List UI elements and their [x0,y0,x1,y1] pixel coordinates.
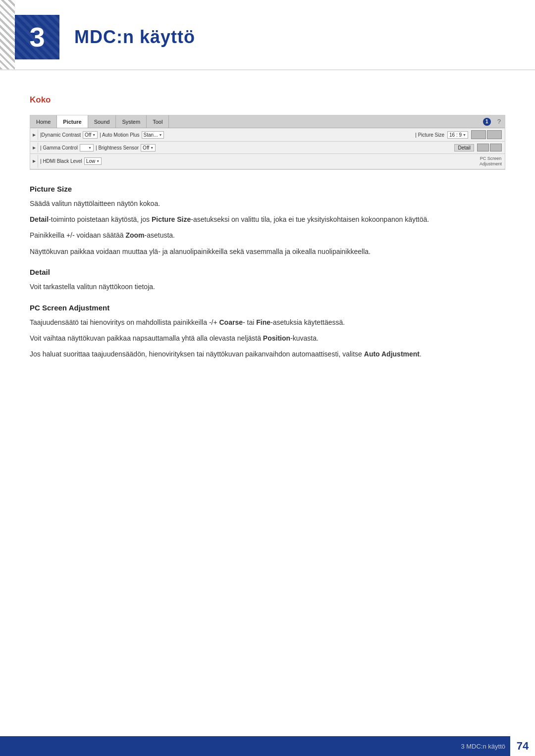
subtitle-detail: Detail [30,268,505,276]
ui-row-1: ▶ |Dynamic Contrast Off ▼ | Auto Motion … [30,128,505,142]
subsection-detail: Detail Voit tarkastella valitun näyttöko… [30,268,505,292]
row1-content: |Dynamic Contrast Off ▼ | Auto Motion Pl… [38,130,412,140]
row2-content: | Gamma Control ▼ | Brightness Sensor Of… [38,143,451,152]
row2-select2-value: Off [143,145,149,151]
row2-thumbnail2 [490,144,502,151]
toolbar-spacer [169,115,480,128]
row1-select1-value: Off [85,132,91,138]
row2-label1: | Gamma Control [40,145,78,151]
subtitle-pc-screen: PC Screen Adjustment [30,303,505,312]
row2-thumbnail1 [477,144,489,151]
row3-arrow: ▶ [30,155,38,168]
detail-button[interactable]: Detail [454,144,474,151]
para-detail-1: Voit tarkastella valitun näyttökoon tiet… [30,281,505,292]
row1-select2[interactable]: Stan... ▼ [142,131,164,139]
row3-right-panel: PC ScreenAdjustment [477,155,505,168]
ui-screenshot: Home Picture Sound System Tool 1 ? ▶ |Dy… [30,115,505,170]
row1-select1-arrow: ▼ [92,133,96,137]
stripe-decoration [0,0,15,69]
row2-select2[interactable]: Off ▼ [141,144,156,151]
pc-screen-label: PC ScreenAdjustment [480,156,502,167]
row2-right-panel: Detail [451,143,505,152]
row1-select2-value: Stan... [144,132,158,138]
thumbnail2 [487,130,502,139]
thumbnail1 [471,130,486,139]
ui-row-3: ▶ | HDMI Black Level Low ▼ PC ScreenAdju… [30,154,505,169]
question-mark[interactable]: ? [493,116,505,127]
main-content: Koko Home Picture Sound System Tool 1 ? … [0,75,535,401]
subsection-pc-screen: PC Screen Adjustment Taajuudensäätö tai … [30,303,505,360]
row1-select1[interactable]: Off ▼ [83,131,98,139]
page-header: 3 MDC:n käyttö [0,0,535,70]
subsection-picture-size: Picture Size Säädä valitun näyttölaittee… [30,185,505,257]
row1-right-select-arrow: ▼ [463,133,466,137]
row3-label1: | HDMI Black Level [40,158,82,164]
row1-select2-arrow: ▼ [159,133,162,137]
para-pc-1: Taajuudensäätö tai hienoviritys on mahdo… [30,317,505,328]
row1-right-label: | Picture Size [415,132,444,138]
page-footer: 3 MDC:n käyttö 74 [0,736,535,756]
row2-arrow: ▶ [30,143,38,152]
row1-label1: |Dynamic Contrast [40,132,81,138]
subtitle-picture-size: Picture Size [30,185,505,193]
para-pc-2: Voit vaihtaa näyttökuvan paikkaa napsaut… [30,333,505,344]
section-heading: Koko [30,95,505,105]
toolbar-btn-tool[interactable]: Tool [147,115,169,128]
chapter-number-box: 3 [15,15,59,59]
ui-row-2: ▶ | Gamma Control ▼ | Brightness Sensor … [30,142,505,154]
row3-select1[interactable]: Low ▼ [84,157,102,165]
row1-right-select[interactable]: 16 : 9 ▼ [447,131,468,139]
ui-rows: ▶ |Dynamic Contrast Off ▼ | Auto Motion … [30,128,505,169]
footer-text: 3 MDC:n käyttö [461,743,510,750]
chapter-title: MDC:n käyttö [74,27,195,48]
para-picture-size-4: Näyttökuvan paikkaa voidaan muuttaa ylä-… [30,246,505,257]
row2-select1-arrow: ▼ [88,146,92,150]
toolbar-right: 1 ? [481,115,505,128]
toolbar-btn-system[interactable]: System [116,115,147,128]
para-picture-size-1: Säädä valitun näyttölaitteen näytön koko… [30,198,505,209]
badge-number: 1 [483,118,491,126]
footer-page-number: 74 [510,736,535,756]
row2-select1-value [82,145,87,151]
row3-select1-value: Low [86,158,95,164]
row1-arrow: ▶ [30,129,38,140]
row2-label2: | Brightness Sensor [96,145,139,151]
toolbar-btn-sound[interactable]: Sound [88,115,116,128]
ui-toolbar: Home Picture Sound System Tool 1 ? [30,115,505,128]
row1-right-panel: | Picture Size 16 : 9 ▼ [412,129,505,140]
row1-right-select-value: 16 : 9 [449,132,462,138]
para-picture-size-3: Painikkeilla +/- voidaan säätää Zoom-ase… [30,230,505,241]
para-pc-3: Jos haluat suorittaa taajuudensäädön, hi… [30,349,505,359]
row3-content: | HDMI Black Level Low ▼ [38,156,477,166]
image-thumbnails [471,130,502,139]
chapter-number: 3 [29,23,45,51]
para-picture-size-2: Detail-toiminto poistetaan käytöstä, jos… [30,214,505,225]
row2-select2-arrow: ▼ [150,146,154,150]
toolbar-btn-home[interactable]: Home [30,115,57,128]
row1-image-group [471,130,502,139]
row2-image-group [477,144,502,151]
row1-label2: | Auto Motion Plus [100,132,139,138]
toolbar-btn-picture[interactable]: Picture [57,115,88,128]
row2-select1[interactable]: ▼ [80,144,94,151]
row3-select1-arrow: ▼ [96,159,100,163]
